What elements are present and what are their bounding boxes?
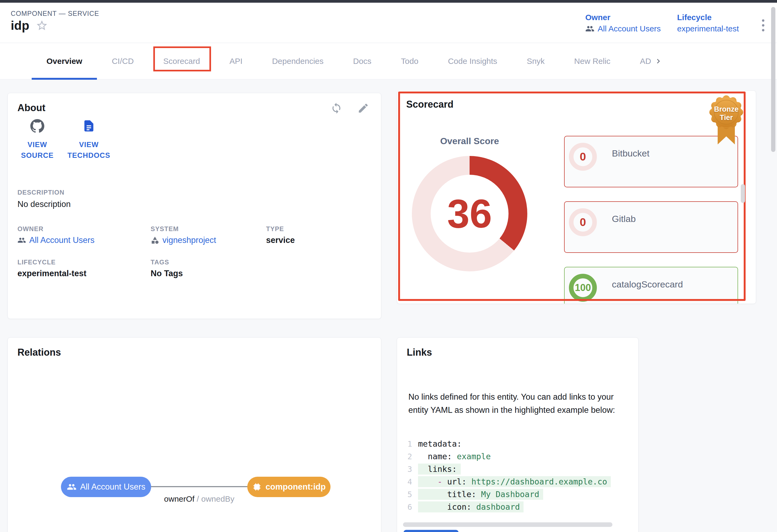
code-line-content: links: bbox=[418, 463, 461, 475]
owner-label: Owner bbox=[585, 13, 661, 22]
page-title: idp bbox=[11, 18, 29, 33]
code-line-number: 1 bbox=[405, 439, 418, 448]
code-line-content: title: My Dashboard bbox=[418, 489, 543, 500]
score-ring: 0 bbox=[569, 143, 597, 171]
scorecard-item-catalogscorecard[interactable]: 100catalogScorecard bbox=[564, 267, 738, 304]
relation-node-label: All Account Users bbox=[80, 482, 145, 492]
type-field-value: service bbox=[266, 235, 295, 245]
owner-link[interactable]: All Account Users bbox=[585, 24, 661, 33]
code-line-number: 6 bbox=[405, 503, 418, 512]
techdocs-icon bbox=[65, 119, 113, 133]
view-techdocs-label: VIEW TECHDOCS bbox=[65, 139, 113, 161]
tab-bar: OverviewCI/CDScorecardAPIDependenciesDoc… bbox=[0, 43, 777, 80]
category-icon bbox=[151, 236, 159, 245]
tags-field-label: TAGS bbox=[151, 259, 169, 266]
about-card: About VIEW SOURCE VIEW TECHDOCS DESCRIPT… bbox=[7, 93, 381, 319]
code-line-number: 5 bbox=[405, 490, 418, 499]
tab-todo[interactable]: Todo bbox=[386, 43, 433, 80]
score-item-name: Bitbucket bbox=[612, 148, 650, 159]
description-label: DESCRIPTION bbox=[17, 189, 65, 196]
relation-node-component-idp[interactable]: component:idp bbox=[247, 477, 331, 497]
scorecard-title: Scorecard bbox=[406, 99, 453, 110]
relations-title: Relations bbox=[17, 347, 61, 358]
system-field-value: vigneshproject bbox=[162, 235, 216, 245]
system-field-link[interactable]: vigneshproject bbox=[151, 235, 216, 245]
code-block: 1metadata:2 name: example3 links:4 - url… bbox=[405, 437, 632, 513]
links-title: Links bbox=[407, 347, 432, 358]
tab-ad[interactable]: AD bbox=[625, 43, 651, 80]
score-item-name: Gitlab bbox=[612, 214, 636, 224]
about-title: About bbox=[17, 102, 45, 114]
relation-edge-line bbox=[150, 486, 248, 487]
tab-docs[interactable]: Docs bbox=[338, 43, 386, 80]
scorecard-scrollbar[interactable] bbox=[741, 184, 745, 203]
code-horizontal-scrollbar[interactable] bbox=[403, 522, 613, 527]
overall-score-value: 36 bbox=[412, 156, 527, 271]
page-scrollbar[interactable] bbox=[771, 7, 775, 152]
code-line-number: 3 bbox=[405, 464, 418, 474]
code-line-content: - url: https://dashboard.example.co bbox=[418, 476, 611, 487]
code-line-content: icon: dashboard bbox=[418, 501, 524, 512]
tab-overview[interactable]: Overview bbox=[32, 43, 97, 80]
relations-card: Relations All Account Users component:id… bbox=[7, 338, 381, 532]
code-line-number: 2 bbox=[405, 452, 418, 461]
code-line: 2 name: example bbox=[405, 450, 632, 463]
score-ring: 0 bbox=[569, 208, 597, 236]
code-line: 6 icon: dashboard bbox=[405, 501, 632, 513]
edit-icon[interactable] bbox=[357, 102, 369, 114]
breadcrumb: COMPONENT — SERVICE bbox=[11, 10, 99, 17]
top-dark-bar bbox=[0, 0, 777, 3]
tags-field-value: No Tags bbox=[151, 269, 183, 278]
tab-api[interactable]: API bbox=[215, 43, 257, 80]
code-line-content: name: example bbox=[418, 451, 494, 462]
refresh-icon[interactable] bbox=[331, 102, 342, 114]
tab-bar-items: OverviewCI/CDScorecardAPIDependenciesDoc… bbox=[32, 43, 651, 80]
view-source-label: VIEW SOURCE bbox=[16, 139, 59, 161]
lifecycle-field-label: LIFECYCLE bbox=[17, 259, 56, 266]
tab-ci-cd[interactable]: CI/CD bbox=[97, 43, 148, 80]
score-ring: 100 bbox=[569, 274, 597, 302]
description-value: No description bbox=[17, 200, 71, 209]
code-line: 4 - url: https://dashboard.example.co bbox=[405, 476, 632, 488]
scorecard-item-gitlab[interactable]: 0Gitlab bbox=[564, 201, 738, 253]
system-field-label: SYSTEM bbox=[151, 225, 179, 233]
links-action-button[interactable] bbox=[404, 530, 459, 532]
relation-node-label: component:idp bbox=[265, 482, 326, 492]
links-card: Links No links defined for this entity. … bbox=[397, 338, 639, 532]
code-line: 1metadata: bbox=[405, 437, 632, 450]
code-line: 3 links: bbox=[405, 463, 632, 476]
type-field-label: TYPE bbox=[266, 225, 284, 233]
view-source-link[interactable]: VIEW SOURCE bbox=[16, 119, 59, 161]
star-favorite-icon[interactable] bbox=[36, 19, 48, 32]
people-icon bbox=[67, 482, 77, 492]
tab-dependencies[interactable]: Dependencies bbox=[257, 43, 338, 80]
people-icon bbox=[585, 24, 594, 33]
bronze-tier-badge: Bronze Tier bbox=[708, 95, 744, 148]
people-icon bbox=[17, 236, 26, 245]
chevron-right-icon[interactable] bbox=[654, 56, 663, 66]
page-header: COMPONENT — SERVICE idp Owner All Accoun… bbox=[0, 3, 777, 43]
owner-value: All Account Users bbox=[598, 24, 661, 33]
chip-icon bbox=[252, 482, 262, 492]
owner-field-label: OWNER bbox=[17, 225, 43, 233]
links-empty-text: No links defined for this entity. You ca… bbox=[408, 390, 628, 417]
tab-snyk[interactable]: Snyk bbox=[512, 43, 560, 80]
code-line: 5 title: My Dashboard bbox=[405, 488, 632, 501]
owner-field-value: All Account Users bbox=[29, 235, 95, 245]
overall-score-label: Overall Score bbox=[405, 136, 534, 146]
code-line-content: metadata: bbox=[418, 438, 465, 449]
view-techdocs-link[interactable]: VIEW TECHDOCS bbox=[65, 119, 113, 161]
tab-new-relic[interactable]: New Relic bbox=[560, 43, 625, 80]
kebab-menu-icon[interactable] bbox=[760, 18, 766, 33]
code-line-number: 4 bbox=[405, 477, 418, 486]
github-icon bbox=[16, 119, 59, 133]
scorecard-card: Scorecard Bronze Tier Overall Score 36 bbox=[397, 91, 756, 304]
lifecycle-value: experimental-test bbox=[677, 24, 739, 33]
tab-code-insights[interactable]: Code Insights bbox=[433, 43, 512, 80]
relation-node-all-account-users[interactable]: All Account Users bbox=[61, 477, 151, 497]
tab-scorecard[interactable]: Scorecard bbox=[148, 43, 215, 80]
score-item-name: catalogScorecard bbox=[612, 279, 683, 290]
lifecycle-field-value: experimental-test bbox=[17, 269, 87, 278]
owner-field-link[interactable]: All Account Users bbox=[17, 235, 95, 245]
lifecycle-label: Lifecycle bbox=[677, 13, 739, 22]
